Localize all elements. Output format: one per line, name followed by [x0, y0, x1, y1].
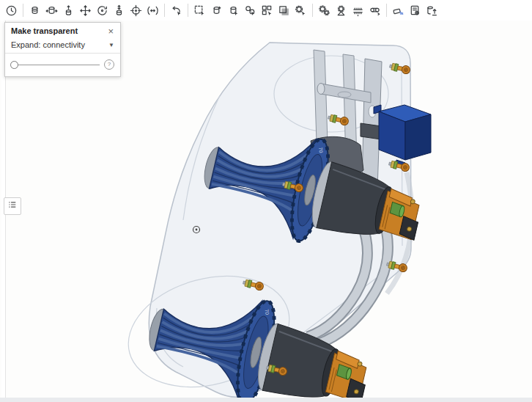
- export-icon[interactable]: [424, 1, 440, 19]
- select-pattern-icon[interactable]: [259, 1, 276, 19]
- translate-z-icon[interactable]: [111, 1, 128, 19]
- help-icon[interactable]: ?: [104, 59, 114, 70]
- instance-list-button[interactable]: [4, 197, 21, 215]
- history-icon[interactable]: [3, 1, 20, 19]
- chevron-down-icon: ▼: [108, 42, 114, 48]
- rotate-free-icon[interactable]: [94, 1, 111, 19]
- app-window: 70: [0, 0, 532, 402]
- toolbar-separator: [312, 4, 313, 17]
- rotate-vertical-icon[interactable]: [60, 1, 77, 19]
- fit-between-icon[interactable]: [144, 1, 161, 19]
- list-icon: [7, 200, 18, 213]
- gears-icon[interactable]: [316, 1, 333, 19]
- toolbar-separator: [23, 4, 23, 17]
- interference-check-icon[interactable]: [292, 1, 309, 19]
- undo-move-icon[interactable]: [168, 1, 185, 19]
- expand-dropdown[interactable]: Expand: connectivity ▼: [5, 37, 120, 54]
- panel-title: Make transparent: [11, 26, 107, 35]
- box-select-icon[interactable]: [191, 1, 208, 19]
- belt-icon[interactable]: [366, 1, 383, 19]
- select-connected-icon[interactable]: [242, 1, 259, 19]
- close-icon[interactable]: ×: [107, 27, 114, 35]
- make-transparent-panel: Make transparent × Expand: connectivity …: [4, 22, 121, 77]
- mechanism-icon[interactable]: [333, 1, 350, 19]
- part-properties-icon[interactable]: [407, 1, 424, 19]
- hide-part-icon[interactable]: [390, 1, 407, 19]
- main-toolbar: [0, 0, 532, 21]
- shaded-view-icon[interactable]: [276, 1, 292, 19]
- transparency-slider-handle[interactable]: [10, 61, 18, 69]
- transparency-slider[interactable]: [11, 65, 100, 65]
- toolbar-separator: [386, 4, 387, 17]
- rotate-horizontal-icon[interactable]: [43, 1, 60, 19]
- rack-pinion-icon[interactable]: [350, 1, 366, 19]
- select-part-icon[interactable]: [225, 1, 242, 19]
- move-to-origin-icon[interactable]: [128, 1, 144, 19]
- toolbar-separator: [164, 4, 165, 17]
- toolbar-separator: [188, 4, 188, 17]
- translate-xy-icon[interactable]: [77, 1, 94, 19]
- bottom-edge-strip: [0, 398, 532, 402]
- drag-cylinder-icon[interactable]: [26, 1, 43, 19]
- expand-dropdown-value: Expand: connectivity: [11, 40, 108, 49]
- select-feature-icon[interactable]: [208, 1, 225, 19]
